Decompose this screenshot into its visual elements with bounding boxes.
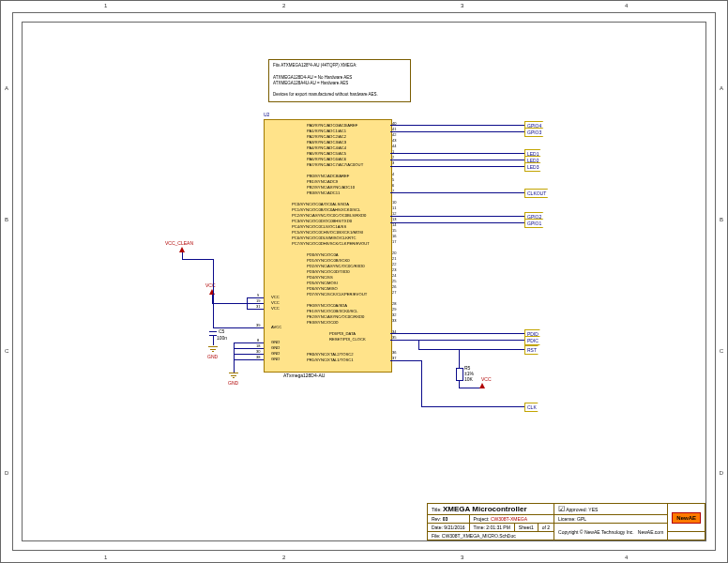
pin-label: PB2/SYNC/ASYNC/ADC10 bbox=[307, 185, 355, 190]
pin-label: PE2/SYNC/ASYNC/OC0C/RXD0 bbox=[307, 314, 364, 319]
pin-num: 21 bbox=[392, 256, 396, 261]
pin-label: PC5/SYNC/OC0CHS/OC1B/XCK1/MOSI bbox=[292, 230, 363, 235]
wire bbox=[234, 342, 235, 373]
ruler-row: B bbox=[720, 217, 723, 222]
ruler-col: 4 bbox=[625, 555, 628, 560]
port-gpio3: GPIO3 bbox=[524, 128, 547, 137]
pin-num: 28 bbox=[392, 301, 396, 306]
pin-num: 16 bbox=[392, 234, 396, 238]
ruler-col: 3 bbox=[461, 3, 463, 8]
chip-ref: U2 bbox=[264, 112, 269, 117]
pin-label: GND bbox=[271, 345, 280, 350]
ruler-col: 1 bbox=[104, 555, 107, 560]
tb-title: XMEGA Microcontroller bbox=[443, 505, 527, 513]
pin-num: 5 bbox=[392, 177, 394, 182]
pin-label: PD1/SYNC/OC0B/XCK0 bbox=[307, 258, 350, 263]
tb-project-lbl: Project: bbox=[474, 516, 490, 522]
pin-label: PD5/SYNC/MOSI bbox=[307, 281, 338, 285]
newae-logo: NewAE bbox=[672, 512, 701, 524]
ruler-col: 4 bbox=[625, 3, 628, 8]
net-vcc-clean: VCC_CLEAN bbox=[165, 240, 193, 246]
tb-title-lbl: Title: bbox=[432, 507, 442, 512]
tb-date-lbl: Date: bbox=[432, 525, 443, 530]
cap-plate bbox=[209, 331, 217, 332]
pin-num: 23 bbox=[392, 267, 396, 272]
wire bbox=[390, 153, 524, 154]
wire bbox=[390, 166, 524, 167]
tb-sheet-of: of 2 bbox=[542, 525, 550, 530]
wire bbox=[390, 131, 524, 132]
c5-ref: C5 bbox=[219, 328, 224, 334]
pin-num: 10 bbox=[392, 200, 396, 205]
tb-license: GPL bbox=[577, 516, 586, 522]
ruler-col: 3 bbox=[461, 555, 463, 560]
tb-rev-lbl: Rev: bbox=[432, 516, 441, 522]
pin-label: PD2/SYNC/ASYNC/OC0C/RXD0 bbox=[307, 264, 365, 268]
pin-label: GND bbox=[271, 340, 280, 344]
note-box: Fits ATXMEGA128*4-AU (44TQFP) XMEGA: ATX… bbox=[268, 59, 411, 102]
note-line: Devices for export manufactured without … bbox=[273, 92, 406, 98]
pin-label: PC2/SYNC/ASYNC/OC0C/OC0BLS/RXD0 bbox=[292, 213, 366, 218]
ruler-col: 1 bbox=[104, 3, 107, 8]
c5-val: 100n bbox=[217, 335, 227, 341]
tb-approved-lbl: Approved: bbox=[566, 507, 587, 512]
tb-file: CW308T_XMEGA_MICRO.SchDoc bbox=[442, 533, 516, 539]
pin-label: PA3/SYNC/ADC3/AC3 bbox=[307, 140, 346, 145]
pin-num: 44 bbox=[392, 144, 396, 148]
pin-label: PE1/SYNC/OC0B/XCK0/SCL bbox=[307, 309, 358, 313]
pin-label: PB3/SYNC/ADC11 bbox=[307, 190, 340, 195]
gnd-icon bbox=[208, 346, 218, 353]
ruler-row: C bbox=[720, 348, 723, 354]
tb-copyright: Copyright © NewAE Technology Inc. bbox=[558, 529, 634, 535]
pin-num: 4 bbox=[392, 172, 394, 176]
pin-label: PD4/SYNC/SS bbox=[307, 275, 333, 280]
pin-num: 11 bbox=[392, 205, 396, 210]
pin-num: 42 bbox=[392, 132, 396, 137]
pin-label: PD6/SYNC/MISO bbox=[307, 286, 338, 291]
pin-num: 3 bbox=[392, 160, 394, 165]
pin-num: 15 bbox=[392, 228, 396, 233]
pin-label: PC4/SYNC/OC0CLS/OC1A/SS bbox=[292, 224, 346, 229]
ruler-row: D bbox=[720, 470, 723, 476]
tb-rev: 03 bbox=[443, 516, 448, 522]
pin-label: PA6/SYNC/ADC6/AC6 bbox=[307, 157, 346, 161]
pin-num: 33 bbox=[392, 318, 396, 323]
wire bbox=[418, 349, 524, 350]
tb-approved: YES bbox=[588, 507, 598, 512]
tb-url: NewAE.com bbox=[638, 529, 664, 535]
tb-date: 9/21/2016 bbox=[444, 525, 464, 530]
wire bbox=[390, 333, 524, 334]
pin-num: 22 bbox=[392, 262, 396, 266]
tb-project: CW308T-XMEGA bbox=[491, 516, 527, 522]
wire bbox=[390, 160, 524, 160]
wire bbox=[390, 360, 422, 361]
tb-sheet: Sheet1 bbox=[519, 525, 534, 530]
pin-label: PE0/SYNC/OC0A/SDA bbox=[307, 303, 347, 308]
pin-label: PR1/SYNC/XTAL1/TOSC1 bbox=[307, 358, 354, 362]
pin-label: PE3/SYNC/OC0D bbox=[307, 320, 339, 325]
wire bbox=[390, 216, 524, 217]
wire bbox=[421, 406, 524, 407]
pin-label: PD0/SYNC/OC0A bbox=[307, 252, 339, 257]
pin-label: RESET/PDI_CLOCK bbox=[329, 337, 366, 342]
pin-label: PC1/SYNC/OC0B/OC0AHS/XCK0/SCL bbox=[292, 207, 360, 212]
pin-label: PB0/SYNC/ADC8/AREF bbox=[307, 174, 349, 178]
wire bbox=[421, 360, 422, 406]
pin-label: PA5/SYNC/ADC5/AC5 bbox=[307, 151, 346, 156]
title-block: Title: XMEGA Microcontroller ☑ Approved:… bbox=[427, 503, 705, 540]
pin-label: PA7/SYNC/ADC7/AC7/AC0OUT bbox=[307, 162, 363, 167]
net-gnd: GND bbox=[228, 380, 238, 386]
wire bbox=[234, 342, 264, 343]
wire bbox=[247, 297, 264, 298]
wire bbox=[182, 259, 213, 260]
vcc-arrow-icon bbox=[209, 289, 215, 295]
pin-num: 43 bbox=[392, 138, 396, 143]
pin-label: PA1/SYNC/ADC1/AC1 bbox=[307, 129, 346, 133]
pin-label: PDI/PDI_DATA bbox=[329, 331, 356, 336]
wire bbox=[182, 252, 183, 259]
pin-num: 25 bbox=[392, 279, 396, 283]
gnd-icon bbox=[229, 373, 238, 379]
wire bbox=[234, 354, 264, 355]
pin-label: PC3/SYNC/OC0D/OC0BHS/TXD0 bbox=[292, 219, 352, 223]
pin-label: VCC bbox=[271, 295, 280, 299]
